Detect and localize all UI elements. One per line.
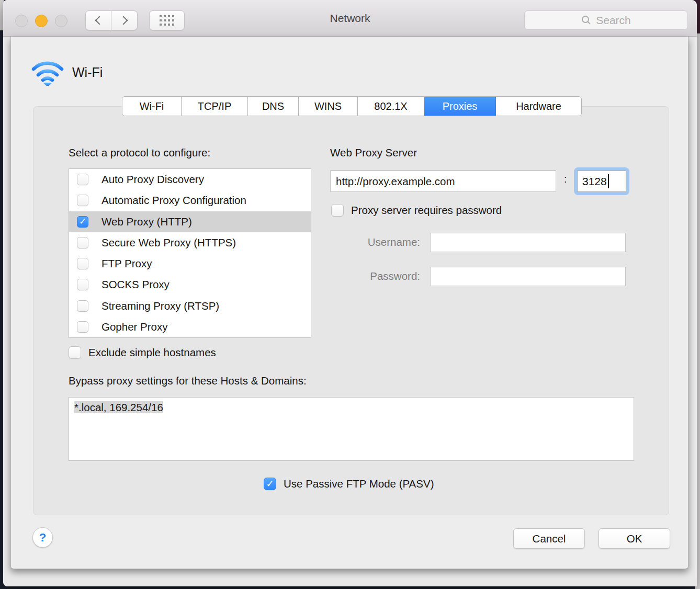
- exclude-hostnames-label: Exclude simple hostnames: [88, 346, 216, 359]
- protocol-row[interactable]: Automatic Proxy Configuration: [69, 190, 311, 211]
- protocol-row[interactable]: Auto Proxy Discovery: [69, 169, 311, 190]
- bypass-hosts-value: *.local, 169.254/16: [74, 401, 163, 413]
- protocol-row[interactable]: Gopher Proxy: [69, 316, 311, 337]
- protocol-list-heading: Select a protocol to configure:: [69, 146, 210, 159]
- pane-title: Wi-Fi: [72, 65, 103, 80]
- protocol-label: Web Proxy (HTTP): [101, 216, 192, 228]
- protocol-checkbox[interactable]: [77, 216, 88, 228]
- proxy-server-input[interactable]: [330, 171, 556, 192]
- protocol-row[interactable]: Streaming Proxy (RTSP): [69, 296, 311, 316]
- bypass-hosts-textarea[interactable]: *.local, 169.254/16: [69, 397, 634, 461]
- text-caret: [608, 174, 609, 188]
- proxy-port-input[interactable]: 3128: [577, 171, 626, 192]
- port-value: 3128: [582, 175, 607, 188]
- protocol-checkbox[interactable]: [77, 195, 88, 206]
- protocol-checkbox[interactable]: [77, 174, 88, 185]
- passive-ftp-checkbox[interactable]: [264, 478, 276, 490]
- protocol-row[interactable]: FTP Proxy: [69, 253, 311, 274]
- cancel-button[interactable]: Cancel: [513, 528, 585, 549]
- host-port-separator: :: [564, 173, 567, 185]
- password-input[interactable]: [431, 267, 626, 286]
- requires-password-checkbox[interactable]: [331, 204, 344, 217]
- bypass-heading: Bypass proxy settings for these Hosts & …: [69, 375, 307, 387]
- protocol-label: Auto Proxy Discovery: [101, 173, 204, 186]
- web-proxy-heading: Web Proxy Server: [330, 146, 417, 159]
- protocol-checkbox[interactable]: [77, 300, 88, 312]
- search-placeholder: Search: [596, 14, 631, 27]
- tab-hardware[interactable]: Hardware: [496, 97, 581, 116]
- tab-wi-fi[interactable]: Wi-Fi: [122, 97, 182, 116]
- tab-802-1x[interactable]: 802.1X: [358, 97, 424, 116]
- protocol-checkbox[interactable]: [77, 279, 88, 290]
- protocol-label: Secure Web Proxy (HTTPS): [101, 236, 236, 249]
- search-icon: [581, 15, 591, 25]
- protocol-checkbox[interactable]: [77, 321, 88, 333]
- protocol-checkbox[interactable]: [77, 258, 88, 269]
- protocol-label: SOCKS Proxy: [101, 278, 170, 291]
- username-input[interactable]: [431, 233, 626, 252]
- network-preferences-window: Network Search Wi-Fi Wi-FiTCP/IPDNSWINS8…: [3, 0, 697, 586]
- protocol-row[interactable]: SOCKS Proxy: [69, 274, 311, 295]
- requires-password-row[interactable]: Proxy server requires password: [331, 204, 502, 217]
- protocol-row[interactable]: Web Proxy (HTTP): [69, 211, 311, 232]
- help-icon: ?: [39, 531, 46, 545]
- port-input-focus-ring: 3128: [574, 167, 629, 195]
- proxies-sheet: Wi-Fi Wi-FiTCP/IPDNSWINS802.1XProxiesHar…: [10, 37, 688, 569]
- protocol-label: Gopher Proxy: [101, 321, 167, 333]
- passive-ftp-label: Use Passive FTP Mode (PASV): [284, 478, 434, 490]
- search-input[interactable]: Search: [524, 10, 688, 30]
- tab-tcp-ip[interactable]: TCP/IP: [182, 97, 248, 116]
- titlebar: Network Search: [3, 0, 697, 37]
- password-label: Password:: [330, 270, 420, 282]
- protocol-checkbox[interactable]: [77, 237, 88, 248]
- passive-ftp-row[interactable]: Use Passive FTP Mode (PASV): [264, 478, 434, 490]
- wifi-icon: [31, 58, 64, 86]
- exclude-hostnames-row[interactable]: Exclude simple hostnames: [69, 346, 216, 359]
- protocol-list: Auto Proxy DiscoveryAutomatic Proxy Conf…: [69, 168, 311, 338]
- protocol-label: Streaming Proxy (RTSP): [101, 300, 219, 312]
- help-button[interactable]: ?: [32, 527, 53, 548]
- tab-proxies[interactable]: Proxies: [424, 97, 496, 116]
- ok-button[interactable]: OK: [599, 528, 670, 549]
- username-label: Username:: [330, 236, 420, 248]
- tab-wins[interactable]: WINS: [299, 97, 358, 116]
- tab-dns[interactable]: DNS: [248, 97, 299, 116]
- requires-password-label: Proxy server requires password: [351, 204, 502, 217]
- protocol-label: FTP Proxy: [101, 257, 152, 270]
- exclude-hostnames-checkbox[interactable]: [69, 346, 81, 359]
- protocol-label: Automatic Proxy Configuration: [101, 194, 246, 207]
- protocol-row[interactable]: Secure Web Proxy (HTTPS): [69, 232, 311, 253]
- tab-bar: Wi-FiTCP/IPDNSWINS802.1XProxiesHardware: [122, 96, 582, 116]
